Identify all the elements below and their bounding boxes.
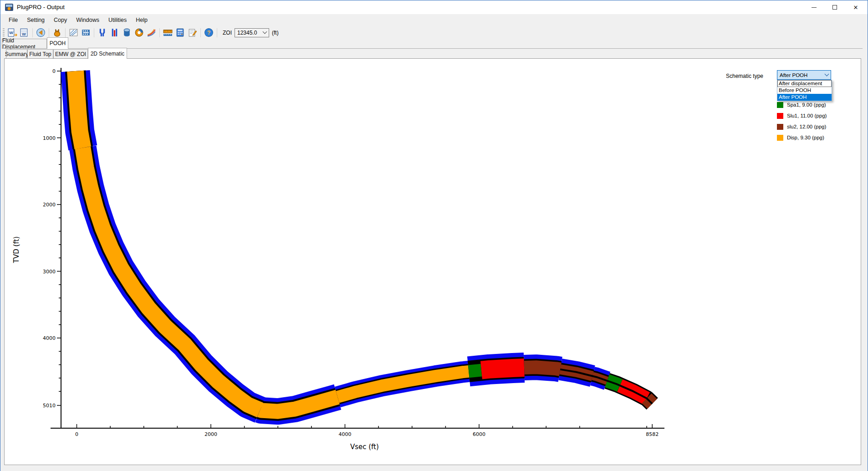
legend-item: Disp, 9.30 (ppg) xyxy=(777,134,827,141)
chevron-down-icon xyxy=(825,72,829,77)
multi-curve-icon[interactable] xyxy=(146,28,157,37)
svg-text:W: W xyxy=(22,31,26,36)
toolbar-separator xyxy=(159,28,160,37)
legend-swatch xyxy=(777,135,783,141)
close-icon: ✕ xyxy=(853,5,858,10)
wellbore-fluid-icon[interactable] xyxy=(109,28,120,37)
legend-label: Slu1, 11.00 (ppg) xyxy=(787,113,827,118)
report-edit-icon[interactable] xyxy=(187,28,198,37)
legend-label: slu2, 12.00 (ppg) xyxy=(787,124,826,129)
svg-text:?: ? xyxy=(207,30,211,36)
dropdown-option-before-pooh[interactable]: Before POOH xyxy=(777,87,832,94)
minimize-icon xyxy=(812,7,817,8)
legend-label: Spa1, 9.00 (ppg) xyxy=(787,102,826,108)
menu-item-copy[interactable]: Copy xyxy=(49,15,71,25)
crossplot-icon[interactable] xyxy=(68,28,79,37)
chevron-down-icon xyxy=(263,30,267,34)
dropdown-option-after-displacement[interactable]: After displacement xyxy=(777,80,832,87)
subtab-summary[interactable]: Summary xyxy=(6,49,27,59)
toolbar-grip[interactable] xyxy=(3,28,5,37)
legend-swatch xyxy=(777,124,783,130)
toolbar-separator xyxy=(200,28,201,37)
film-icon[interactable] xyxy=(81,28,91,37)
donut-view-icon[interactable] xyxy=(134,28,144,37)
minimize-button[interactable] xyxy=(804,0,824,14)
toolbar: WW? ZOI 12345.0 (ft) xyxy=(0,26,868,39)
toolbar-separator xyxy=(32,28,33,37)
zoi-unit-label: (ft) xyxy=(272,30,279,36)
casing-3d-icon[interactable] xyxy=(122,28,132,37)
zoi-label: ZOI xyxy=(223,30,232,36)
window-title: PlugPRO - Output xyxy=(17,4,65,10)
toolbar-separator xyxy=(49,28,49,37)
maximize-button[interactable] xyxy=(825,0,845,14)
subtab-emw-zoi[interactable]: EMW @ ZOI xyxy=(53,49,88,59)
legend-item: Spa1, 9.00 (ppg) xyxy=(777,102,827,108)
menu-item-utilities[interactable]: Utilities xyxy=(104,15,131,25)
zoi-select[interactable]: 12345.0 xyxy=(235,28,269,37)
legend-label: Disp, 9.30 (ppg) xyxy=(787,135,824,140)
calculator-icon[interactable] xyxy=(175,28,185,37)
menu-item-help[interactable]: Help xyxy=(131,15,152,25)
legend-swatch xyxy=(777,113,783,119)
playback-icon[interactable] xyxy=(36,28,46,37)
export-word-icon[interactable]: W xyxy=(7,28,17,37)
schematic-type-label: Schematic type xyxy=(726,73,763,79)
schematic-panel xyxy=(4,58,861,465)
menu-item-setting[interactable]: Setting xyxy=(22,15,49,25)
legend-item: Slu1, 11.00 (ppg) xyxy=(777,113,827,119)
toolbar-separator xyxy=(94,28,94,37)
zoi-value: 12345.0 xyxy=(237,30,257,36)
dropdown-option-after-pooh[interactable]: After POOH xyxy=(777,94,832,101)
window-bottom-strip xyxy=(0,465,868,471)
subtab-fluid-top[interactable]: Fluid Top xyxy=(27,49,53,59)
ruler-icon[interactable] xyxy=(163,28,173,37)
schematic-type-dropdown: After displacementBefore POOHAfter POOH xyxy=(777,80,832,101)
title-bar: PlugPRO - Output ✕ xyxy=(0,0,868,14)
svg-text:W: W xyxy=(9,30,13,35)
legend-item: slu2, 12.00 (ppg) xyxy=(777,123,827,130)
tab-pooh[interactable]: POOH xyxy=(47,37,68,49)
tab-page-divider xyxy=(2,48,863,49)
menu-bar: FileSettingCopyWindowsUtilitiesHelp xyxy=(0,14,868,26)
help-icon[interactable]: ? xyxy=(204,28,214,37)
chart-legend: Spa1, 9.00 (ppg)Slu1, 11.00 (ppg)slu2, 1… xyxy=(777,102,827,145)
schematic-type-value: After POOH xyxy=(780,72,807,78)
menu-item-windows[interactable]: Windows xyxy=(71,15,104,25)
plug-icon[interactable] xyxy=(52,28,62,37)
word-report-icon[interactable]: W xyxy=(19,28,30,37)
subtab-2d-schematic[interactable]: 2D Schematic xyxy=(88,48,127,59)
wellbore-schematic-icon[interactable] xyxy=(97,28,107,37)
legend-swatch xyxy=(777,102,783,108)
maximize-icon xyxy=(832,5,837,10)
app-window: PlugPRO - Output ✕ FileSettingCopyWindow… xyxy=(0,0,868,471)
toolbar-separator xyxy=(65,28,66,37)
tab-fluid-displacement[interactable]: Fluid Displacement xyxy=(2,39,47,49)
schematic-type-select[interactable]: After POOH xyxy=(777,70,831,80)
app-icon xyxy=(5,3,14,11)
close-button[interactable]: ✕ xyxy=(846,0,866,14)
menu-item-file[interactable]: File xyxy=(4,15,22,25)
toolbar-separator xyxy=(217,28,217,37)
